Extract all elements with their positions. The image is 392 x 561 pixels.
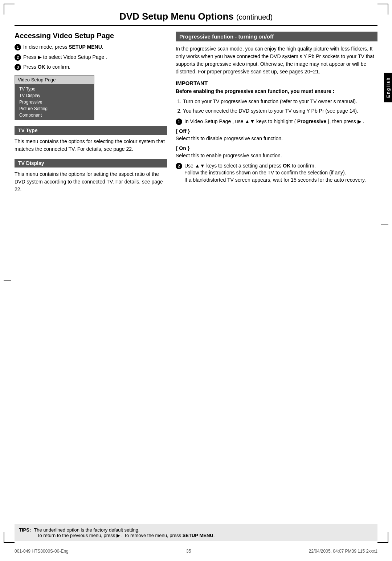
step-3-text: Press OK to confirm. xyxy=(23,64,70,71)
content-columns: Accessing Video Setup Page 1 In disc mod… xyxy=(15,32,377,196)
tips-row-2: To return to the previous menu, press ▶ … xyxy=(19,533,373,538)
step-1: 1 In disc mode, press SETUP MENU. xyxy=(15,44,167,51)
prog-step-2-number: 2 xyxy=(176,163,182,169)
corner-mark-tr xyxy=(377,4,388,15)
list-item-1: Turn on your TV progressive scan functio… xyxy=(183,98,377,105)
step-3-number: 3 xyxy=(15,64,21,70)
title-continued: (continued) xyxy=(236,13,273,21)
on-body: Select this to enable progressive scan f… xyxy=(176,152,377,160)
tv-display-body: This menu contains the options for setti… xyxy=(15,170,167,193)
step-1-text: In disc mode, press SETUP MENU. xyxy=(23,44,103,51)
prog-step-1-text: In Video Setup Page , use ▲▼ keys to hig… xyxy=(184,118,364,125)
left-column: Accessing Video Setup Page 1 In disc mod… xyxy=(15,32,167,196)
page: English DVD Setup Menu Options (continue… xyxy=(0,0,392,561)
footer-right: 22/04/2005, 04:07 PM39 115 2xxx1 xyxy=(309,549,377,554)
tips-text-2: To return to the previous menu, press ▶ … xyxy=(37,533,215,538)
menu-item-picturesetting: Picture Setting xyxy=(15,105,94,112)
left-section-title: Accessing Video Setup Page xyxy=(15,32,167,40)
tv-type-body: This menu contains the options for selec… xyxy=(15,138,167,153)
tips-spacer xyxy=(19,533,34,538)
corner-mark-br xyxy=(377,532,388,543)
step-2: 2 Press ▶ to select Video Setup Page . xyxy=(15,54,167,61)
side-mark-left xyxy=(4,280,11,281)
menu-item-tvtype: TV Type xyxy=(15,86,94,92)
prog-intro: In the progressive scan mode, you can en… xyxy=(176,45,377,76)
ensure-list: Turn on your TV progressive scan functio… xyxy=(183,98,377,114)
prog-step-1-number: 1 xyxy=(176,118,182,125)
prog-section-title: Progressive function - turning on/off xyxy=(176,32,377,41)
important-bold: Before enabling the progressive scan fun… xyxy=(176,88,377,95)
page-footer: 001-049 HTS8000S-00-Eng 35 22/04/2005, 0… xyxy=(15,549,377,554)
corner-mark-bl xyxy=(4,532,15,543)
tv-type-bar: TV Type xyxy=(15,126,167,135)
on-label: { On } xyxy=(176,145,377,151)
list-item-2: You have connected the DVD system to you… xyxy=(183,108,377,115)
menu-item-progressive: Progressive xyxy=(15,99,94,105)
prog-step-2-text: Use ▲▼ keys to select a setting and pres… xyxy=(184,162,366,184)
english-tab: English xyxy=(384,73,392,102)
step-1-number: 1 xyxy=(15,44,21,51)
side-mark-right xyxy=(381,225,388,225)
menu-item-tvdisplay: TV Display xyxy=(15,92,94,99)
tips-row-1: TIPS: The underlined option is the facto… xyxy=(19,527,373,533)
tips-label: TIPS: xyxy=(19,527,31,533)
step-2-number: 2 xyxy=(15,54,21,61)
off-body: Select this to disable progressive scan … xyxy=(176,135,377,142)
menu-items-list: TV Type TV Display Progressive Picture S… xyxy=(15,84,94,120)
prog-step-2: 2 Use ▲▼ keys to select a setting and pr… xyxy=(176,162,377,184)
underlined-option: underlined option xyxy=(43,527,79,533)
right-column: Progressive function - turning on/off In… xyxy=(176,32,377,196)
menu-header: Video Setup Page xyxy=(15,76,94,84)
off-label: { Off } xyxy=(176,128,377,134)
important-title: IMPORTANT xyxy=(176,80,377,86)
tips-text-1: The underlined option is the factory def… xyxy=(34,527,139,533)
menu-screenshot: Video Setup Page TV Type TV Display Prog… xyxy=(15,75,94,120)
tips-section: TIPS: The underlined option is the facto… xyxy=(15,524,377,541)
footer-center: 35 xyxy=(186,549,191,554)
page-title: DVD Setup Menu Options (continued) xyxy=(15,11,377,26)
step-2-text: Press ▶ to select Video Setup Page . xyxy=(23,54,107,61)
prog-step-1: 1 In Video Setup Page , use ▲▼ keys to h… xyxy=(176,118,377,125)
step-3: 3 Press OK to confirm. xyxy=(15,64,167,71)
corner-mark-tl xyxy=(4,4,15,15)
tv-display-bar: TV Display xyxy=(15,159,167,168)
menu-item-component: Component xyxy=(15,112,94,118)
title-main: DVD Setup Menu Options xyxy=(119,11,234,22)
footer-left: 001-049 HTS8000S-00-Eng xyxy=(15,549,69,554)
